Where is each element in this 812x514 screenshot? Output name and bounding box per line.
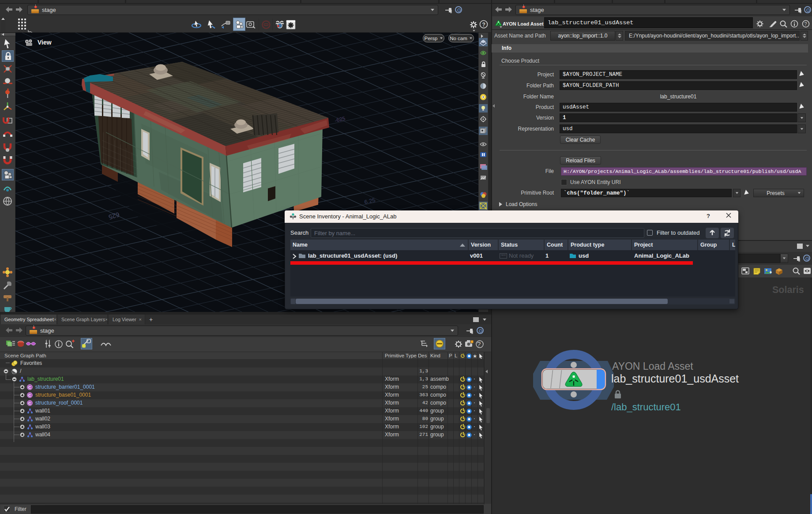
svg-text:C: C: [28, 385, 31, 390]
svg-text:C: C: [28, 401, 31, 405]
svg-text:C: C: [28, 393, 31, 398]
svg-text:?: ?: [804, 21, 807, 26]
svg-text:?: ?: [482, 22, 485, 28]
